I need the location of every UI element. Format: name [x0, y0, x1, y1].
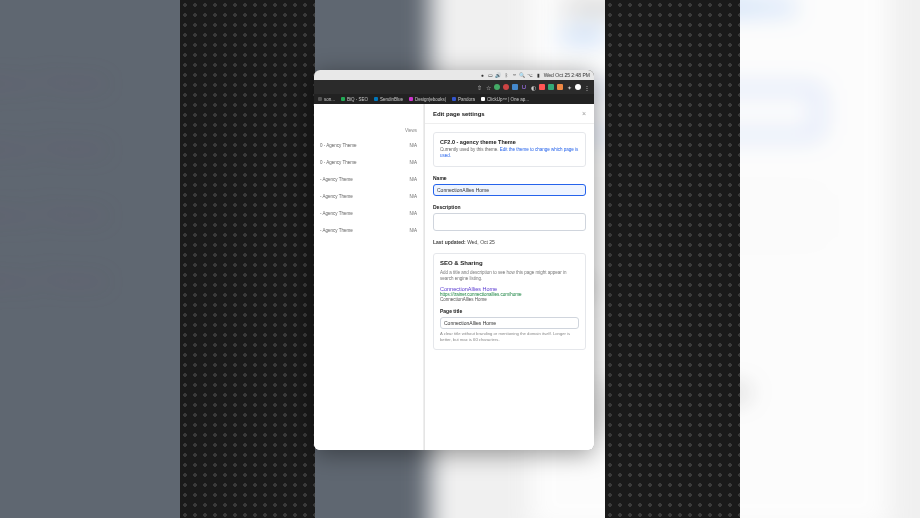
app-content: Views 0 - Agency ThemeN/A 0 - Agency The…: [314, 104, 594, 450]
page-row[interactable]: - Agency ThemeN/A: [314, 222, 423, 239]
page-row[interactable]: 0 - Agency ThemeN/A: [314, 154, 423, 171]
page-title-help: A clear title without branding or mentio…: [440, 331, 579, 343]
description-input[interactable]: [433, 213, 586, 231]
theme-name: CF2.0 - agency theme Theme: [440, 139, 579, 145]
page-row[interactable]: 0 - Agency ThemeN/A: [314, 137, 423, 154]
ext2-icon[interactable]: [503, 84, 509, 90]
page-row[interactable]: - Agency ThemeN/A: [314, 171, 423, 188]
seo-section-card: SEO & Sharing Add a title and descriptio…: [433, 253, 586, 350]
bluetooth-icon: ᛒ: [504, 73, 509, 78]
bookmark-item[interactable]: SendinBlue: [374, 97, 403, 102]
page-row[interactable]: - Agency ThemeN/A: [314, 188, 423, 205]
seo-hint: Add a title and description to see how t…: [440, 270, 579, 283]
bookmark-item[interactable]: Pandora: [452, 97, 475, 102]
description-label: Description: [433, 204, 586, 210]
modal-title: Edit page settings: [433, 111, 485, 117]
page-title-label: Page title: [440, 308, 579, 314]
seo-preview-desc: ConnectionAllies Home: [440, 297, 579, 302]
page-row[interactable]: - Agency ThemeN/A: [314, 205, 423, 222]
volume-icon: 🔊: [496, 73, 501, 78]
ext6-icon[interactable]: [539, 84, 545, 90]
ext5-icon[interactable]: ◐: [530, 84, 536, 90]
display-icon: ▭: [488, 73, 493, 78]
edit-page-settings-panel: Edit page settings × CF2.0 - agency them…: [424, 104, 594, 450]
mac-clock: Wed Oct 25 2:48 PM: [544, 72, 590, 78]
control-center-icon: ⌥: [528, 73, 533, 78]
bookmark-item[interactable]: ClickUp™ | One ap...: [481, 97, 529, 102]
wifi-icon: ⌔: [512, 73, 517, 78]
star-icon[interactable]: ☆: [485, 84, 491, 90]
page-title-input[interactable]: [440, 317, 579, 329]
ext8-icon[interactable]: [557, 84, 563, 90]
battery-icon: ▮: [536, 73, 541, 78]
bookmark-item[interactable]: BiQ - SEO: [341, 97, 368, 102]
theme-usage-text: Currently used by this theme.: [440, 147, 500, 152]
mac-menubar: ● ▭ 🔊 ᛒ ⌔ 🔍 ⌥ ▮ Wed Oct 25 2:48 PM: [314, 70, 594, 80]
profile-icon[interactable]: [575, 84, 581, 90]
screenshot-window: ● ▭ 🔊 ᛒ ⌔ 🔍 ⌥ ▮ Wed Oct 25 2:48 PM ⇧ ☆ U…: [314, 70, 594, 450]
bookmark-item[interactable]: son...: [318, 97, 335, 102]
record-icon: ●: [480, 73, 485, 78]
name-input[interactable]: [433, 184, 586, 196]
pattern-strip-left: [180, 0, 315, 518]
theme-info-card: CF2.0 - agency theme Theme Currently use…: [433, 132, 586, 167]
name-label: Name: [433, 175, 586, 181]
search-icon: 🔍: [520, 73, 525, 78]
share-icon[interactable]: ⇧: [476, 84, 482, 90]
views-header: Views: [314, 124, 423, 137]
ext4-icon[interactable]: U: [521, 84, 527, 90]
page-list-panel: Views 0 - Agency ThemeN/A 0 - Agency The…: [314, 104, 424, 450]
bookmarks-bar: son... BiQ - SEO SendinBlue Design|ebook…: [314, 94, 594, 104]
ext1-icon[interactable]: [494, 84, 500, 90]
close-icon[interactable]: ×: [582, 110, 586, 117]
ext7-icon[interactable]: [548, 84, 554, 90]
pattern-strip-right: [605, 0, 740, 518]
ext3-icon[interactable]: [512, 84, 518, 90]
seo-section-title: SEO & Sharing: [440, 260, 579, 266]
browser-toolbar: ⇧ ☆ U ◐ ✦ ⋮: [314, 80, 594, 94]
last-updated: Last updated: Wed, Oct 25: [433, 239, 586, 245]
menu-icon[interactable]: ⋮: [584, 84, 590, 90]
puzzle-icon[interactable]: ✦: [566, 84, 572, 90]
bookmark-item[interactable]: Design|ebooks|: [409, 97, 446, 102]
